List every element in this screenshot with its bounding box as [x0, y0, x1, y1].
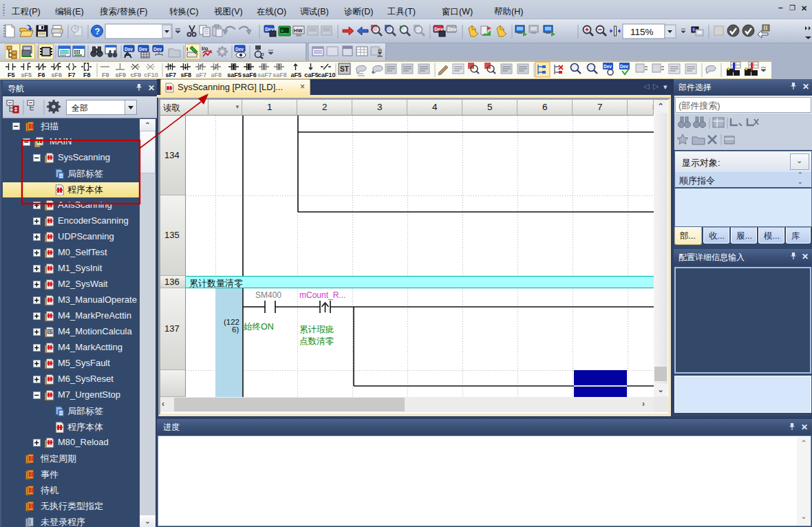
svg-text:Dev: Dev: [125, 47, 133, 52]
svg-text:cF9: cF9: [131, 72, 142, 78]
svg-text:aF8: aF8: [211, 72, 222, 78]
svg-text:Dev: Dev: [153, 47, 162, 52]
svg-text:F7: F7: [68, 72, 76, 78]
svg-text:caF10: caF10: [318, 72, 336, 78]
svg-text:115%: 115%: [630, 27, 654, 37]
svg-text:sF9: sF9: [116, 72, 127, 78]
svg-text:F6: F6: [38, 72, 45, 78]
svg-text:sF8: sF8: [181, 72, 192, 78]
svg-text:ST: ST: [47, 329, 53, 334]
svg-text:saF7: saF7: [257, 72, 272, 78]
svg-text:Dev: Dev: [235, 47, 244, 52]
svg-text:cF10: cF10: [144, 72, 158, 78]
svg-text:α: α: [261, 51, 264, 57]
svg-text:sF7: sF7: [166, 72, 177, 78]
svg-text:Dev: Dev: [620, 64, 628, 69]
svg-text:I: I: [186, 46, 188, 52]
svg-text:?: ?: [95, 26, 100, 36]
svg-text:Dev: Dev: [139, 47, 147, 52]
svg-text:Dev: Dev: [447, 27, 456, 32]
svg-text:caF5: caF5: [304, 72, 319, 78]
svg-text:aF7: aF7: [196, 72, 207, 78]
svg-text:F8: F8: [83, 72, 91, 78]
svg-text:ST: ST: [340, 65, 349, 73]
svg-text:saF6: saF6: [242, 72, 257, 78]
svg-text:>_: >_: [281, 28, 286, 34]
svg-text:F9: F9: [102, 72, 109, 78]
svg-text:sF5: sF5: [21, 72, 32, 78]
svg-text:saF5: saF5: [227, 72, 242, 78]
svg-text:sF6: sF6: [52, 72, 63, 78]
svg-text:F5: F5: [8, 72, 15, 78]
svg-text:saF8: saF8: [273, 72, 287, 78]
svg-text:HW: HW: [294, 28, 303, 34]
svg-text:aF5: aF5: [291, 72, 302, 78]
svg-text:Dev: Dev: [603, 64, 612, 69]
